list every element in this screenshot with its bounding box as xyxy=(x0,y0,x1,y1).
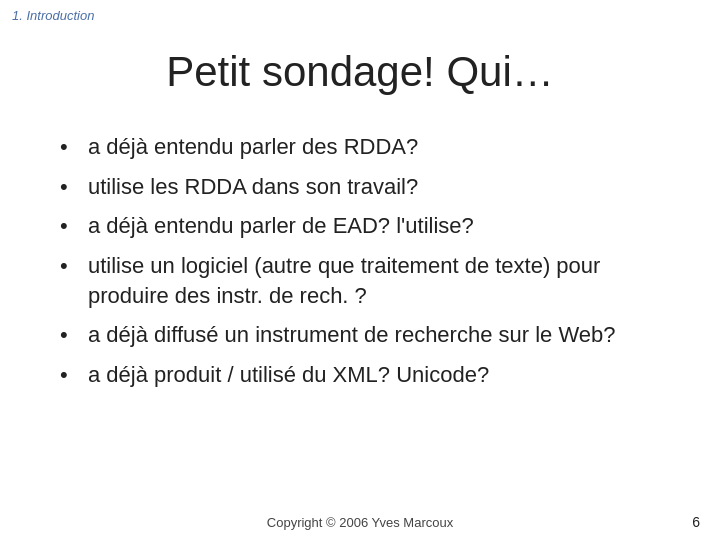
list-item: a déjà produit / utilisé du XML? Unicode… xyxy=(60,360,660,390)
content-area: a déjà entendu parler des RDDA?utilise l… xyxy=(0,132,720,390)
footer-copyright: Copyright © 2006 Yves Marcoux xyxy=(0,515,720,530)
breadcrumb: 1. Introduction xyxy=(12,8,94,23)
list-item: utilise un logiciel (autre que traitemen… xyxy=(60,251,660,310)
list-item: utilise les RDDA dans son travail? xyxy=(60,172,660,202)
list-item: a déjà entendu parler des RDDA? xyxy=(60,132,660,162)
list-item: a déjà diffusé un instrument de recherch… xyxy=(60,320,660,350)
list-item: a déjà entendu parler de EAD? l'utilise? xyxy=(60,211,660,241)
page-title: Petit sondage! Qui… xyxy=(0,48,720,96)
page-number: 6 xyxy=(692,514,700,530)
bullet-list: a déjà entendu parler des RDDA?utilise l… xyxy=(60,132,660,390)
